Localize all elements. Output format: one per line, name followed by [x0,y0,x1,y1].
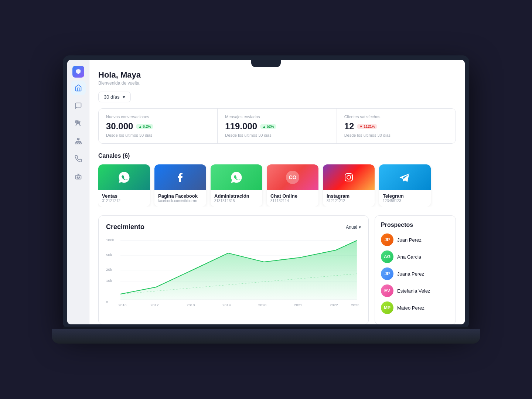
chart-svg: 100k 50k 20k 10k 0 [106,237,361,311]
svg-text:2023: 2023 [351,303,359,307]
svg-point-12 [351,175,352,176]
sidebar-item-hierarchy[interactable] [71,134,86,149]
page-subtitle: Bienvenida de vuelta [98,81,141,86]
svg-text:2017: 2017 [150,303,158,307]
stats-row: Nuevas conversaciones 30.000 ▲ 6.2% Desd… [98,108,456,144]
channels-row: Ventas 312121212 Pagina Facebook fac [98,164,456,207]
svg-text:20k: 20k [106,267,112,271]
channel-chat-online[interactable]: CO Chat Online 311132114 [267,164,318,207]
sidebar-item-chat[interactable] [71,98,86,113]
channel-ventas-header [98,164,150,190]
chart-period-filter[interactable]: Anual ▾ [346,225,361,230]
main-content: Hola, Maya Bienvenida de vuelta 30 días … [89,60,465,324]
prospect-item-4[interactable]: MP Mateo Perez [381,301,450,314]
channel-chat-header: CO [267,164,318,190]
stat-satisfied-clients: Clientes satisfechos 12 ▼ 1121% Desde lo… [337,109,456,143]
prospectos-title: Prospectos [381,222,450,228]
stat-badge-conversations: ▲ 6.2% [136,124,153,129]
bottom-row: Crecimiento Anual ▾ 100k 50k 20k [98,215,456,324]
channel-ventas[interactable]: Ventas 312121212 [98,164,150,207]
prospect-item-3[interactable]: EV Estefania Velez [381,284,450,297]
prospect-avatar-2: JP [381,267,393,280]
period-filter[interactable]: 30 días ▾ [98,92,131,102]
svg-rect-5 [77,143,79,144]
prospect-avatar-0: JP [381,233,393,246]
svg-text:2021: 2021 [294,303,302,307]
app-logo [72,66,84,78]
channel-instagram-header [323,164,375,190]
prospect-avatar-4: MP [381,301,393,314]
sidebar-item-phone[interactable] [71,151,86,166]
channel-telegram-header [379,164,431,190]
svg-text:2016: 2016 [118,303,126,307]
channel-instagram[interactable]: Instagram 312121212 [323,164,375,207]
channel-admin[interactable]: Administración 3131312315 [211,164,262,207]
prospect-avatar-1: AG [381,250,393,263]
svg-point-8 [77,177,78,178]
svg-point-11 [347,175,351,179]
channel-facebook[interactable]: Pagina Facebook facebook.com/vibiocrrm [154,164,206,207]
channel-facebook-header [154,164,206,190]
chart-area: 100k 50k 20k 10k 0 [106,237,361,311]
stat-new-conversations: Nuevas conversaciones 30.000 ▲ 6.2% Desd… [99,109,218,143]
sidebar-item-home[interactable] [71,81,86,95]
chart-title: Crecimiento [106,223,144,231]
svg-text:0: 0 [106,300,108,304]
prospect-item-2[interactable]: JP Juana Perez [381,267,450,280]
growth-chart-card: Crecimiento Anual ▾ 100k 50k 20k [98,215,369,324]
prospectos-card: Prospectos JP Juan Perez AG Ana Garcia [375,215,456,324]
stat-badge-messages: ▲ 52% [260,124,276,129]
svg-text:2019: 2019 [222,303,231,307]
svg-rect-6 [79,143,81,144]
sidebar [67,60,89,324]
svg-text:10k: 10k [106,279,112,282]
svg-text:2022: 2022 [330,303,338,307]
prospect-avatar-3: EV [381,284,393,297]
header: Hola, Maya Bienvenida de vuelta [98,70,456,86]
svg-text:2020: 2020 [258,303,266,307]
channel-admin-header [211,164,262,190]
svg-text:50k: 50k [106,253,112,256]
stat-badge-clients: ▼ 1121% [357,124,377,129]
page-title: Hola, Maya [98,70,141,80]
svg-point-9 [79,177,80,178]
stat-messages-sent: Mensajes enviados 119.000 ▲ 52% Desde lo… [218,109,337,143]
prospect-item-1[interactable]: AG Ana Garcia [381,250,450,263]
svg-text:2018: 2018 [187,303,195,307]
sidebar-item-contacts[interactable] [71,116,86,131]
channel-telegram[interactable]: Telegram 123456123 [379,164,431,207]
svg-rect-4 [75,143,77,144]
channels-title: Canales (6) [98,153,456,159]
sidebar-item-bot[interactable] [71,169,86,184]
svg-rect-3 [77,139,79,140]
svg-text:100k: 100k [106,238,114,242]
prospect-item-0[interactable]: JP Juan Perez [381,233,450,246]
